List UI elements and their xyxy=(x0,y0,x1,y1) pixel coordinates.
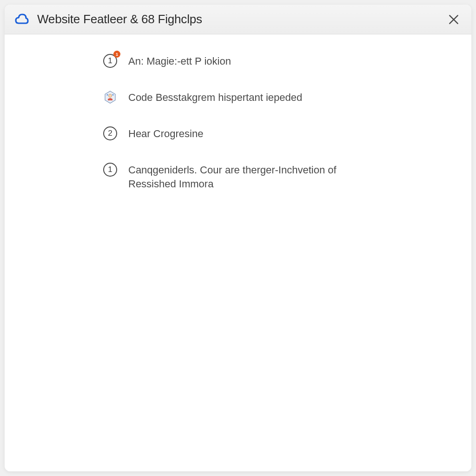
hex-badge-icon xyxy=(102,89,118,105)
app-cloud-icon xyxy=(14,12,29,27)
notification-badge: 1 xyxy=(113,51,120,58)
titlebar: Website Featleer & 68 Fighclps xyxy=(5,5,471,34)
step-number-icon: 2 xyxy=(102,126,118,141)
close-button[interactable] xyxy=(447,13,460,26)
svg-point-2 xyxy=(107,94,108,96)
content-area: 1 1 An: Magie:-ett P iokion Code Besstak… xyxy=(5,34,471,471)
list-item[interactable]: 1 1 An: Magie:-ett P iokion xyxy=(102,53,434,69)
item-list: 1 1 An: Magie:-ett P iokion Code Besstak… xyxy=(5,53,471,191)
step-number-icon: 1 1 xyxy=(102,53,118,69)
close-icon xyxy=(448,13,460,26)
svg-point-3 xyxy=(112,94,114,96)
list-item[interactable]: Code Besstakgrem hispertant iepeded xyxy=(102,89,434,105)
list-item[interactable]: 2 Hear Crogresine xyxy=(102,126,434,141)
circle-number: 1 xyxy=(103,163,117,177)
window-title: Website Featleer & 68 Fighclps xyxy=(37,12,202,26)
list-item-label: Canqgeniderls. Cour are therger-Inchveti… xyxy=(128,162,351,191)
step-number-icon: 1 xyxy=(102,162,118,178)
svg-point-1 xyxy=(109,94,112,98)
list-item-label: An: Magie:-ett P iokion xyxy=(128,53,231,68)
dialog-window: Website Featleer & 68 Fighclps 1 1 An: M… xyxy=(5,5,471,471)
list-item[interactable]: 1 Canqgeniderls. Cour are therger-Inchve… xyxy=(102,162,434,191)
list-item-label: Hear Crogresine xyxy=(128,126,203,141)
list-item-label: Code Besstakgrem hispertant iepeded xyxy=(128,89,302,105)
circle-number: 2 xyxy=(103,126,117,140)
